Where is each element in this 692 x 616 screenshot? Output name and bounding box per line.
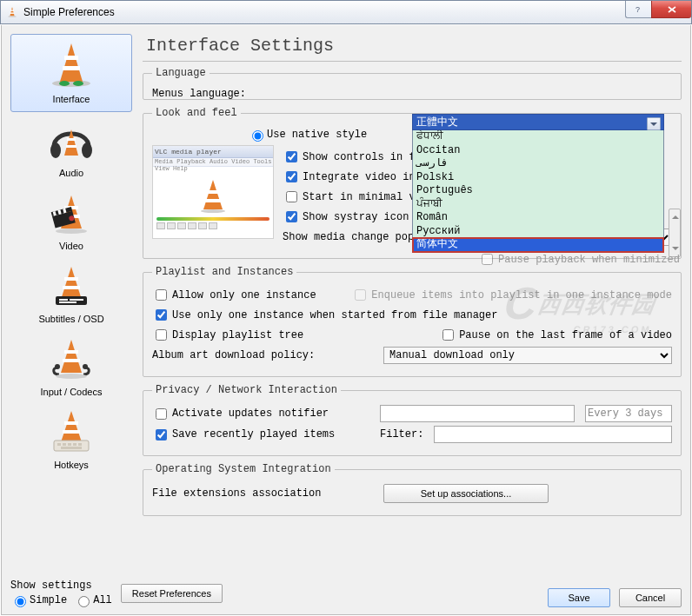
sidebar-item-audio[interactable]: Audio [10,112,132,185]
checkbox-input[interactable] [482,254,493,265]
select-value: 正體中文 [416,115,458,129]
setup-associations-button[interactable]: Set up associations... [383,484,549,503]
radio-label: Simple [30,594,67,606]
radio-input[interactable] [15,596,26,607]
radio-input[interactable] [78,596,90,607]
sidebar-item-label: Hotkeys [12,460,130,470]
save-button[interactable]: Save [548,588,610,607]
dropdown-option[interactable]: Polski [413,171,663,185]
svg-rect-47 [68,443,71,446]
checkbox-input[interactable] [442,329,454,341]
update-slider-track [380,405,575,422]
svg-rect-49 [78,443,82,446]
pause-when-minimized-checkbox[interactable]: Pause playback when minimized [478,251,680,268]
dropdown-option[interactable]: ﻓﺎﺭﺳﯽ [413,157,663,171]
allow-one-instance-checkbox[interactable]: Allow only one instance [152,287,316,303]
svg-rect-2 [10,12,15,13]
sidebar-item-interface[interactable]: Interface [10,34,132,112]
show-settings-all-radio[interactable]: All [74,593,112,607]
checkbox-input [355,289,366,301]
reset-preferences-button[interactable]: Reset Preferences [121,584,223,603]
menus-language-dropdown-list[interactable]: ਫੇਧਾਲੀ Occitan ﻓﺎﺭﺳﯽ Polski Português ਪੰ… [412,130,664,253]
menus-language-select[interactable]: 正體中文 [412,114,664,130]
checkbox-label: Pause playback when minimized [498,254,680,266]
checkbox-input[interactable] [156,429,167,440]
app-icon [6,6,18,18]
svg-rect-52 [207,190,219,194]
save-recent-checkbox[interactable]: Save recently played items [152,427,369,443]
album-art-select[interactable]: Manual download only [383,347,672,364]
checkbox-input[interactable] [156,289,167,301]
svg-rect-42 [64,421,78,425]
svg-rect-46 [63,443,66,446]
svg-rect-9 [64,56,78,60]
fieldset-legend: Operating System Integration [152,463,335,475]
checkbox-label: Pause on the last frame of a video [459,329,672,341]
enqueue-checkbox: Enqueue items into playlist in one insta… [351,287,672,303]
show-systray-checkbox[interactable]: Show systray icon [283,209,409,225]
title-divider [143,61,682,62]
window-help-button[interactable]: ? [625,1,651,18]
sidebar-item-video[interactable]: Video [10,185,132,258]
display-playlist-tree-checkbox[interactable]: Display playlist tree [152,327,303,343]
checkbox-label: Enqueue items into playlist in one insta… [371,289,672,301]
checkbox-input[interactable] [286,211,297,222]
radio-label: Use native style [267,129,367,141]
filter-input[interactable] [434,426,672,443]
sidebar-item-input-codecs[interactable]: Input / Codecs [10,331,132,404]
cone-cables-icon [45,336,97,381]
fieldset-legend: Language [152,67,210,79]
checkbox-label: Display playlist tree [172,329,303,341]
show-settings-simple-radio[interactable]: Simple [10,593,67,607]
radio-label: All [93,594,112,606]
svg-rect-29 [64,277,78,281]
cone-clapper-icon [45,190,97,235]
dropdown-option[interactable]: Português [413,184,663,198]
checkbox-label: Show systray icon [303,211,409,223]
dropdown-option[interactable]: Русский [413,225,663,239]
cone-headphones-icon [45,117,97,162]
dropdown-option[interactable]: ਪੰਜਾਬੀ [413,198,663,212]
checkbox-input[interactable] [286,191,297,202]
svg-point-39 [83,364,88,369]
window-close-button[interactable] [651,1,691,18]
pause-last-frame-checkbox[interactable]: Pause on the last frame of a video [439,327,672,343]
sidebar-item-label: Video [12,241,130,251]
sidebar-item-subtitles[interactable]: Subtitles / OSD [10,258,132,331]
radio-input[interactable] [252,130,263,142]
checkbox-label: Allow only one instance [172,289,316,301]
dropdown-option[interactable]: Occitan [413,144,663,158]
checkbox-input[interactable] [286,171,297,182]
update-frequency-field [585,405,672,422]
svg-rect-32 [59,299,68,301]
use-one-instance-fm-checkbox[interactable]: Use only one instance when started from … [152,307,497,323]
album-art-label: Album art download policy: [152,349,369,361]
svg-text:?: ? [635,5,640,14]
svg-point-12 [73,81,83,86]
checkbox-input[interactable] [286,151,297,162]
checkbox-label: Use only one instance when started from … [172,309,497,321]
svg-rect-36 [64,350,78,354]
playlist-fieldset: Playlist and Instances Allow only one in… [143,266,682,377]
look-feel-scrollbar[interactable] [669,209,681,257]
cancel-button[interactable]: Cancel [619,588,682,607]
filter-label: Filter: [380,428,423,440]
svg-marker-0 [10,7,14,17]
svg-rect-3 [9,16,17,17]
activate-updates-checkbox[interactable]: Activate updates notifier [152,406,369,422]
svg-rect-43 [63,430,80,434]
sidebar-item-label: Audio [12,168,130,178]
checkbox-input[interactable] [156,309,167,321]
svg-rect-48 [73,443,77,446]
dropdown-option-highlighted[interactable]: 简体中文 [413,238,663,252]
svg-marker-51 [203,180,223,209]
sidebar-item-hotkeys[interactable]: Hotkeys [10,404,132,477]
fieldset-legend: Look and feel [152,107,241,119]
dropdown-option[interactable]: Român [413,211,663,225]
native-style-radio[interactable]: Use native style [248,128,367,142]
fieldset-legend: Playlist and Instances [152,266,296,278]
dropdown-option[interactable]: ਫੇਧਾਲੀ [413,130,663,144]
checkbox-input[interactable] [156,408,167,420]
privacy-fieldset: Privacy / Network Interaction Activate u… [143,384,682,456]
checkbox-input[interactable] [156,329,167,341]
